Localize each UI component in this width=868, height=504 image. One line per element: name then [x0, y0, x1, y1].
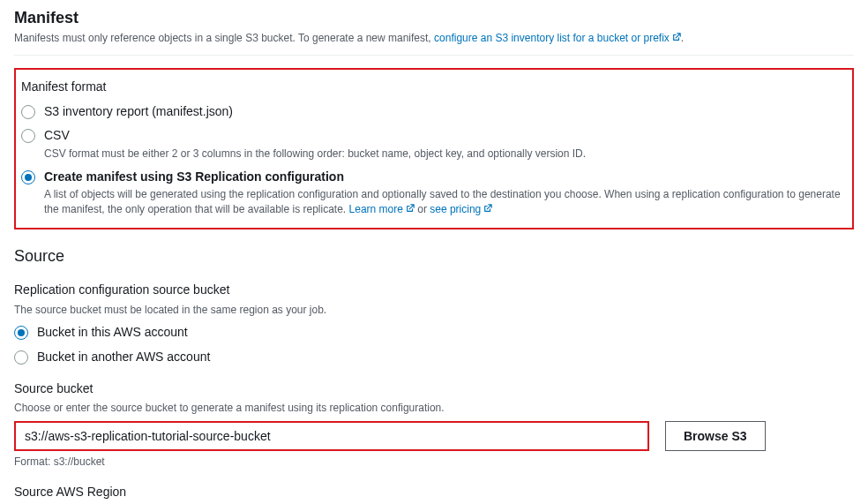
source-bucket-desc: Choose or enter the source bucket to gen… [14, 401, 854, 416]
radio-label: CSV [44, 127, 847, 145]
config-source-desc: The source bucket must be located in the… [14, 303, 854, 318]
manifest-format-section: Manifest format S3 inventory report (man… [14, 68, 854, 229]
source-title: Source [14, 245, 854, 267]
learn-more-link[interactable]: Learn more [349, 203, 415, 215]
browse-s3-button[interactable]: Browse S3 [665, 421, 766, 451]
configure-inventory-link[interactable]: configure an S3 inventory list for a buc… [434, 32, 681, 44]
radio-s3-inventory[interactable]: S3 inventory report (manifest.json) [21, 103, 847, 121]
external-link-icon [406, 204, 415, 213]
header-desc-suffix: . [681, 32, 684, 44]
radio-csv[interactable]: CSV CSV format must be either 2 or 3 col… [21, 127, 847, 161]
manifest-format-label: Manifest format [21, 79, 847, 96]
format-hint: Format: s3://bucket [14, 455, 854, 470]
config-source-label: Replication configuration source bucket [14, 282, 854, 299]
source-region-block: Source AWS Region EU (Frankfurt) eu-cent… [14, 484, 854, 504]
radio-icon [21, 129, 35, 143]
radio-desc: CSV format must be either 2 or 3 columns… [44, 147, 847, 162]
source-region-label: Source AWS Region [14, 484, 854, 501]
radio-desc: A list of objects will be generated usin… [44, 187, 847, 217]
manifest-header-desc: Manifests must only reference objects in… [14, 31, 854, 46]
source-bucket-label: Source bucket [14, 380, 854, 398]
radio-this-account[interactable]: Bucket in this AWS account [14, 324, 854, 342]
source-bucket-input[interactable] [14, 421, 649, 451]
radio-icon [14, 326, 28, 340]
radio-icon [14, 350, 28, 365]
external-link-icon [483, 204, 492, 213]
radio-label: S3 inventory report (manifest.json) [44, 103, 847, 121]
see-pricing-link[interactable]: see pricing [430, 203, 492, 215]
page-title: Manifest [14, 7, 854, 29]
radio-label: Bucket in another AWS account [37, 349, 854, 366]
radio-replication[interactable]: Create manifest using S3 Replication con… [21, 169, 847, 217]
radio-icon [21, 105, 35, 119]
external-link-icon [672, 33, 681, 41]
replication-config-source-block: Replication configuration source bucket … [14, 282, 854, 366]
radio-other-account[interactable]: Bucket in another AWS account [14, 349, 854, 366]
source-bucket-block: Source bucket Choose or enter the source… [14, 380, 854, 470]
header-desc-text: Manifests must only reference objects in… [14, 32, 434, 44]
radio-label: Bucket in this AWS account [37, 324, 854, 342]
radio-label: Create manifest using S3 Replication con… [44, 169, 847, 186]
manifest-header: Manifest Manifests must only reference o… [14, 7, 854, 56]
radio-icon [21, 170, 35, 184]
manifest-format-radio-group: S3 inventory report (manifest.json) CSV … [21, 103, 847, 217]
